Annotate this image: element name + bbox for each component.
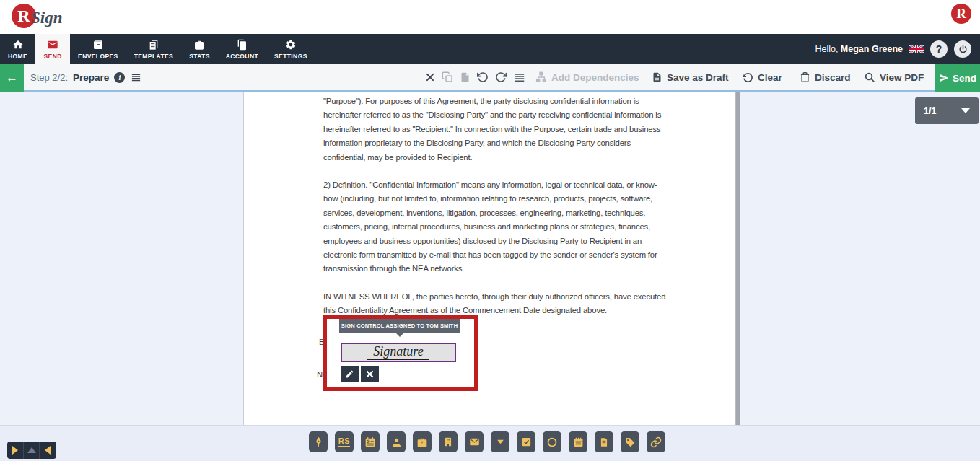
view-pdf-label: View PDF xyxy=(880,72,924,83)
paragraph: IN WITNESS WHEREOF, the parties hereto, … xyxy=(323,290,671,318)
step-name: Prepare xyxy=(73,72,109,83)
paste-icon[interactable] xyxy=(460,71,471,83)
nav-label: SETTINGS xyxy=(274,53,307,60)
date-signed-icon xyxy=(364,436,376,448)
nav-item-settings[interactable]: SETTINGS xyxy=(266,34,315,64)
expand-right-button[interactable] xyxy=(7,442,23,459)
dropdown-control[interactable] xyxy=(491,431,509,452)
page-selector[interactable]: 1/1 xyxy=(915,97,979,124)
collapse-left-button[interactable] xyxy=(39,442,55,459)
rpost-logo-icon: R xyxy=(951,4,971,24)
title-icon xyxy=(416,436,428,448)
initials-control[interactable]: RS xyxy=(335,431,354,452)
page-count: 1/1 xyxy=(924,106,936,116)
email-icon xyxy=(468,436,481,447)
back-button[interactable]: ← xyxy=(0,64,24,92)
sign-control-tooltip: SIGN CONTROL ASSIGNED TO TOM SMITH xyxy=(339,319,460,333)
document-text: "Purpose"). For purposes of this Agreeme… xyxy=(323,92,671,318)
initials-icon: RS xyxy=(338,436,350,447)
uk-flag-icon[interactable] xyxy=(909,45,924,53)
add-dependencies-label: Add Dependencies xyxy=(551,72,639,83)
date-control[interactable] xyxy=(569,431,587,452)
user-name: Megan Greene xyxy=(841,44,903,54)
view-pdf-button[interactable]: View PDF xyxy=(864,64,924,90)
nav-user-area: Hello, Megan Greene ? xyxy=(815,34,971,64)
edit-pencil-icon xyxy=(345,369,354,379)
triangle-right-icon xyxy=(12,446,18,455)
send-button[interactable]: Send xyxy=(935,64,980,92)
sign-control-highlight: SIGN CONTROL ASSIGNED TO TOM SMITH Signa… xyxy=(323,315,478,391)
documents-icon xyxy=(146,39,161,51)
discard-button[interactable]: Discard xyxy=(800,64,851,90)
home-icon xyxy=(11,39,25,51)
date-signed-control[interactable] xyxy=(361,431,380,452)
vertical-scrollbar[interactable] xyxy=(736,92,740,425)
triangle-left-icon xyxy=(45,446,51,455)
rsign-logo[interactable]: R Sign xyxy=(12,4,62,28)
save-as-draft-label: Save as Draft xyxy=(667,72,729,83)
signature-control[interactable] xyxy=(309,431,328,452)
pages-icon xyxy=(235,39,249,51)
discard-label: Discard xyxy=(815,72,851,83)
label-control[interactable] xyxy=(621,431,639,452)
nav-item-account[interactable]: ACCOUNT xyxy=(218,34,266,64)
save-as-draft-button[interactable]: Save as Draft xyxy=(652,64,729,90)
nav-label: SEND xyxy=(44,53,62,60)
name-control[interactable] xyxy=(387,431,406,452)
checkbox-control[interactable] xyxy=(517,431,535,452)
greeting-prefix: Hello, xyxy=(815,44,838,54)
text-control[interactable] xyxy=(595,431,613,452)
close-icon[interactable] xyxy=(425,72,435,82)
paragraph: 2) Definition. "Confidential Information… xyxy=(323,178,671,276)
text-icon xyxy=(599,436,609,448)
add-dependencies-button[interactable]: Add Dependencies xyxy=(535,64,639,90)
list-menu-icon[interactable] xyxy=(513,72,526,83)
delete-control-button[interactable] xyxy=(361,366,379,382)
nav-label: HOME xyxy=(8,53,27,60)
prepare-toolbar: ← Step 2/2: Prepare i Add Dependencies S… xyxy=(0,64,980,92)
envelope-icon xyxy=(45,39,60,51)
edit-control-button[interactable] xyxy=(341,366,359,382)
user-greeting: Hello, Megan Greene xyxy=(815,44,903,54)
nav-item-stats[interactable]: STATS xyxy=(181,34,218,64)
nav-label: TEMPLATES xyxy=(134,53,173,60)
rsign-app: R Sign R HOME SEND ENVELOPES TEMPLATES S… xyxy=(0,0,980,461)
info-icon[interactable]: i xyxy=(114,72,125,83)
nav-item-templates[interactable]: TEMPLATES xyxy=(126,34,181,64)
clear-label: Clear xyxy=(758,72,782,83)
signature-field-label: Signature xyxy=(367,345,429,360)
edit-icon-group xyxy=(425,64,526,90)
hyperlink-icon xyxy=(650,436,662,448)
nav-item-home[interactable]: HOME xyxy=(0,34,35,64)
clear-button[interactable]: Clear xyxy=(743,64,782,90)
company-icon xyxy=(443,436,453,448)
dropdown-icon xyxy=(495,437,506,447)
radio-icon xyxy=(546,436,558,448)
signature-icon xyxy=(313,436,324,448)
label-icon xyxy=(624,436,636,448)
nav-label: ACCOUNT xyxy=(226,53,258,60)
gear-icon xyxy=(284,39,298,51)
expand-up-button[interactable] xyxy=(23,442,39,459)
nav-item-send[interactable]: SEND xyxy=(35,34,70,64)
controls-bar: RS xyxy=(0,425,980,461)
date-icon xyxy=(573,436,584,448)
send-label: Send xyxy=(953,73,976,84)
redo-icon[interactable] xyxy=(495,71,507,83)
sign-control-buttons xyxy=(341,366,379,382)
undo-icon[interactable] xyxy=(477,71,489,83)
panel-toggle xyxy=(7,442,56,459)
hyperlink-control[interactable] xyxy=(647,431,665,452)
power-icon[interactable] xyxy=(954,40,971,58)
title-control[interactable] xyxy=(413,431,432,452)
paper-plane-icon xyxy=(939,73,949,83)
email-control[interactable] xyxy=(465,431,484,452)
document-page: "Purpose"). For purposes of this Agreeme… xyxy=(243,92,736,425)
radio-control[interactable] xyxy=(543,431,561,452)
menu-icon[interactable] xyxy=(130,72,142,83)
company-control[interactable] xyxy=(439,431,458,452)
copy-icon[interactable] xyxy=(442,71,453,83)
help-icon[interactable]: ? xyxy=(930,40,948,58)
signature-field[interactable]: Signature xyxy=(341,343,456,362)
nav-item-envelopes[interactable]: ENVELOPES xyxy=(70,34,126,64)
